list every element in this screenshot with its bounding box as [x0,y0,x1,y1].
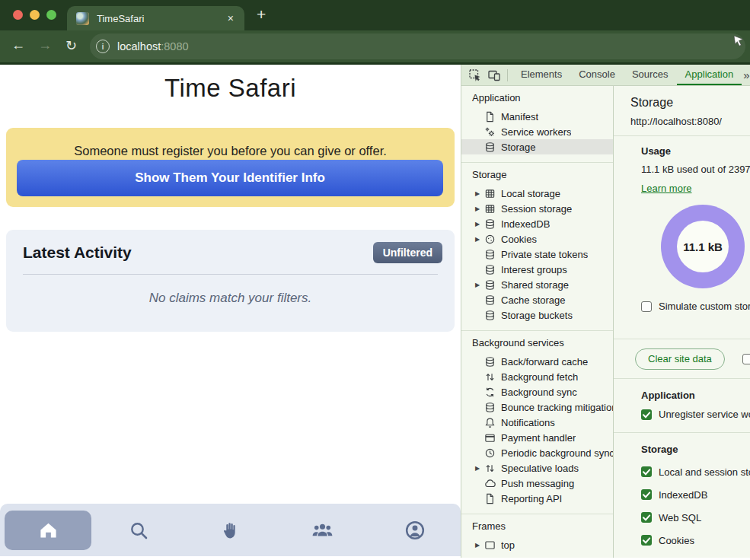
show-identifier-info-button[interactable]: Show Them Your Identifier Info [17,160,443,196]
sidebar-item-private-state-tokens[interactable]: Private state tokens [461,247,613,262]
panel-title: Storage [630,96,750,110]
up-down-arrows-icon [484,371,496,383]
nav-search-button[interactable] [92,520,184,540]
checkbox-unchecked-icon[interactable] [641,301,652,312]
sidebar-item-payment-handler[interactable]: Payment handler [461,430,613,445]
minimize-window-button[interactable] [30,10,40,20]
sidebar-item-service-workers[interactable]: Service workers [461,124,613,139]
cloud-icon [484,478,496,489]
expand-caret-icon[interactable]: ▶ [475,465,484,472]
nav-raised-hand-button[interactable] [184,520,276,540]
sidebar-item-background-fetch[interactable]: Background fetch [461,369,613,384]
nav-profile-button[interactable] [369,520,461,540]
expand-caret-icon[interactable]: ▶ [475,221,484,228]
page-title: Time Safari [0,74,461,103]
maximize-window-button[interactable] [46,10,56,20]
site-info-icon[interactable]: i [96,40,110,53]
sidebar-item-interest-groups[interactable]: Interest groups [461,262,613,277]
checkbox-unchecked-icon[interactable] [742,354,750,364]
item-label: Local storage [501,188,560,199]
clear-site-data-button[interactable]: Clear site data [635,348,725,370]
item-label: Manifest [501,111,538,123]
web-sql-checkbox[interactable]: Web SQL [641,511,750,523]
sidebar-item-reporting-api[interactable]: Reporting API [461,491,613,506]
item-label: Storage buckets [501,310,573,321]
sidebar-item-push-messaging[interactable]: Push messaging [461,476,613,491]
nav-home-button[interactable] [5,511,91,550]
sidebar-item-cache-storage[interactable]: Cache storage [461,292,613,307]
database-icon [484,294,496,306]
sidebar-item-top-frame[interactable]: ▶ top [461,537,613,552]
sidebar-item-speculative-loads[interactable]: ▶ Speculative loads [461,460,613,476]
checkbox-checked-icon[interactable] [641,409,652,420]
sync-icon [484,387,496,398]
reload-button[interactable]: ↻ [65,37,77,54]
sidebar-item-session-storage[interactable]: ▶ Session storage [461,201,613,216]
bottom-navigation [0,504,461,556]
section-title: Frames [461,520,613,533]
new-tab-button[interactable]: + [257,5,266,24]
item-label: Session storage [501,203,572,215]
sidebar-item-storage-buckets[interactable]: Storage buckets [461,307,613,323]
sidebar-item-indexeddb[interactable]: ▶ IndexedDB [461,216,613,231]
donut-value: 11.1 kB [683,240,723,253]
web-page: Time Safari Someone must register you be… [0,65,461,558]
close-tab-icon[interactable]: × [226,12,235,24]
inspect-element-icon[interactable] [469,69,481,81]
expand-caret-icon[interactable]: ▶ [475,190,484,197]
sidebar-item-back-forward-cache[interactable]: Back/forward cache [461,354,613,369]
nav-people-button[interactable] [276,521,369,539]
sidebar-section-application: Application Manifest Service workers [461,86,613,163]
sidebar-item-notifications[interactable]: Notifications [461,415,613,430]
back-button[interactable]: ← [11,37,25,53]
database-icon [484,218,496,230]
item-label: Notifications [501,417,555,428]
expand-caret-icon[interactable]: ▶ [475,205,484,212]
latest-activity-heading: Latest Activity [23,243,132,262]
sidebar-item-periodic-background-sync[interactable]: Periodic background sync [461,445,613,460]
indexeddb-checkbox[interactable]: IndexedDB [641,488,750,501]
checkbox-checked-icon[interactable] [641,489,652,500]
simulate-quota-checkbox[interactable]: Simulate custom storage quota [641,301,750,312]
devtools-tab-bar: Elements Console Sources Application » [461,65,750,86]
sidebar-item-background-sync[interactable]: Background sync [461,384,613,399]
sidebar-item-cookies[interactable]: ▶ Cookies [461,231,613,247]
address-bar[interactable]: i localhost:8080 [90,33,745,59]
forward-button[interactable]: → [38,37,52,53]
tab-sources[interactable]: Sources [624,65,677,85]
sidebar-item-shared-storage[interactable]: ▶ Shared storage [461,277,613,292]
expand-caret-icon[interactable]: ▶ [475,542,484,549]
item-label: Cookies [501,234,537,245]
unfiltered-filter-button[interactable]: Unfiltered [373,242,442,263]
sidebar-item-manifest[interactable]: Manifest [461,109,613,124]
sidebar-item-storage[interactable]: Storage [461,139,613,154]
checkbox-label: Cookies [659,535,694,546]
checkbox-checked-icon[interactable] [641,466,652,477]
bell-icon [484,417,496,428]
cache-storage-checkbox[interactable]: Cache storage [641,557,750,558]
learn-more-link[interactable]: Learn more [641,183,691,194]
checkbox-label: Simulate custom storage quota [659,301,750,312]
frame-icon [484,539,496,551]
clock-icon [484,447,496,459]
unregister-service-workers-checkbox[interactable]: Unregister service workers [641,409,750,420]
tab-application[interactable]: Application [677,65,742,85]
device-toolbar-icon[interactable] [488,69,500,81]
cookies-checkbox[interactable]: Cookies [641,534,750,546]
local-session-storage-checkbox[interactable]: Local and session storage [641,466,750,478]
including-third-party-checkbox[interactable]: including third-party cookies [742,353,750,364]
expand-caret-icon[interactable]: ▶ [475,282,484,288]
storage-panel: Storage http://localhost:8080/ Usage 11.… [614,86,750,558]
origin-url: http://localhost:8080/ [630,116,750,127]
more-tabs-icon[interactable]: » [743,68,749,81]
sidebar-item-bounce-tracking-mitigations[interactable]: Bounce tracking mitigations [461,399,613,415]
sidebar-item-local-storage[interactable]: ▶ Local storage [461,186,613,201]
checkbox-checked-icon[interactable] [641,535,652,546]
tab-console[interactable]: Console [570,65,624,85]
browser-tab[interactable]: TimeSafari × [67,6,244,30]
close-window-button[interactable] [13,10,23,20]
checkbox-checked-icon[interactable] [641,512,652,523]
tab-elements[interactable]: Elements [512,65,570,85]
database-icon [484,142,496,153]
expand-caret-icon[interactable]: ▶ [475,236,484,243]
